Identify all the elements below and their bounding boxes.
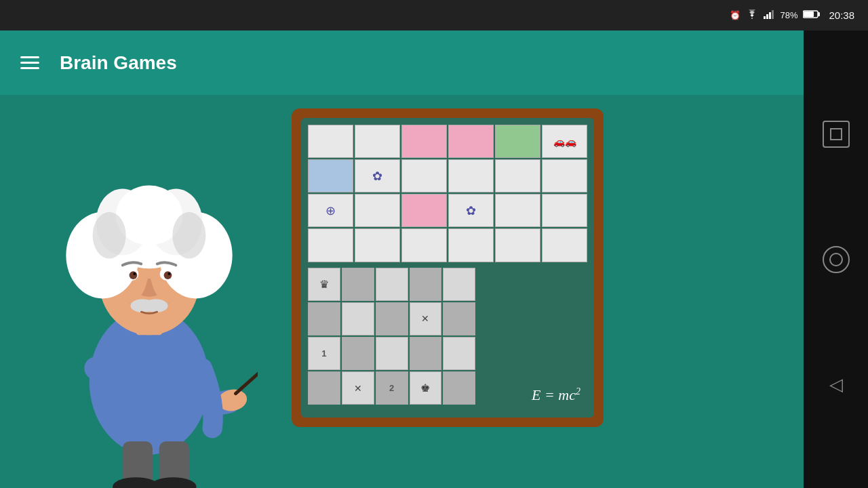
chess-cell (443, 268, 475, 301)
grid-cell (355, 125, 400, 158)
grid-cell-pink (401, 194, 447, 227)
grid-cell (355, 228, 400, 262)
grid-cell (448, 159, 494, 192)
grid-cell (308, 228, 353, 262)
menu-line-2 (20, 62, 39, 64)
chess-cell-queen (308, 268, 340, 301)
grid-cell-flower (355, 159, 400, 192)
grid-cell (542, 159, 587, 192)
battery-text: 78% (780, 10, 797, 20)
grid-cell (355, 194, 400, 227)
chess-cell-dark (410, 337, 442, 370)
chalkboard-inner: 🚗 ⊕ (301, 118, 594, 418)
grid-cell-flower (448, 194, 494, 227)
app-header: Brain Games (0, 30, 804, 95)
chess-cell-cross (342, 371, 374, 405)
grid-cell-pink (401, 125, 447, 158)
wifi-icon (746, 9, 758, 21)
back-icon: ◁ (829, 374, 843, 395)
circle-button[interactable] (823, 246, 850, 273)
chess-cell (443, 337, 475, 370)
menu-line-1 (20, 56, 39, 58)
formula-text: E = mc2 (532, 386, 580, 404)
alarm-icon: ⏰ (730, 10, 741, 20)
chess-cell-dark (376, 302, 408, 336)
chess-cell (376, 337, 408, 370)
grid-cell-cross: ⊕ (308, 194, 353, 227)
svg-point-16 (93, 212, 126, 259)
chess-cell-king (410, 371, 442, 405)
main-content: 🚗 ⊕ (0, 95, 804, 488)
chess-cell-dark (308, 371, 340, 405)
chess-cell-dark (342, 337, 374, 370)
chess-cell-dark (308, 302, 340, 336)
grid-cell (495, 228, 540, 262)
svg-point-20 (130, 271, 138, 279)
battery-icon (803, 9, 821, 21)
svg-point-22 (133, 272, 136, 275)
grid-cell-car: 🚗 (542, 125, 587, 158)
grid-cell (542, 228, 587, 262)
svg-line-27 (236, 275, 258, 394)
chess-cell-cross (410, 302, 442, 336)
lower-grid-container: E = mc2 (308, 268, 587, 405)
chess-cell-num1 (308, 337, 340, 370)
signal-icon (764, 9, 774, 21)
formula-label: E = mc (532, 386, 576, 403)
page-title: Brain Games (60, 52, 177, 74)
circle-icon (829, 253, 843, 266)
chess-cell-dark (443, 302, 475, 336)
grid-cell (401, 159, 447, 192)
svg-rect-5 (804, 12, 814, 17)
menu-line-3 (20, 67, 39, 69)
square-button[interactable] (823, 121, 850, 148)
svg-rect-0 (764, 16, 766, 19)
chess-cell (342, 302, 374, 336)
svg-point-21 (164, 271, 172, 279)
einstein-character (41, 136, 258, 488)
grid-cell-pink (448, 125, 494, 158)
status-bar: ⏰ 78% 20:38 (0, 0, 868, 30)
status-icons: ⏰ 78% 20:38 (730, 9, 854, 21)
chess-cell-dark (410, 268, 442, 301)
chess-cell-dark (342, 268, 374, 301)
grid-cell-green (495, 125, 540, 158)
svg-point-23 (167, 272, 170, 275)
grid-cell (495, 159, 540, 192)
menu-button[interactable] (20, 56, 39, 69)
back-button[interactable]: ◁ (823, 371, 850, 399)
grid-cell (401, 228, 447, 262)
grid-cell (448, 228, 494, 262)
right-nav: ◁ (804, 30, 868, 488)
grid-cell (495, 194, 540, 227)
lower-grid (308, 268, 475, 405)
upper-grid: 🚗 ⊕ (308, 125, 587, 262)
svg-rect-2 (769, 12, 771, 19)
chess-cell-dark (443, 371, 475, 405)
time-display: 20:38 (829, 9, 854, 21)
formula-exponent: 2 (576, 386, 580, 396)
grid-cell-blue (308, 159, 353, 192)
grid-cell (308, 125, 353, 158)
chess-cell-num2 (376, 371, 408, 405)
svg-point-31 (150, 477, 197, 488)
svg-rect-1 (766, 14, 768, 19)
svg-point-15 (116, 186, 182, 245)
grid-cell (542, 194, 587, 227)
svg-point-25 (144, 299, 167, 312)
square-icon (830, 128, 842, 140)
svg-rect-3 (772, 10, 774, 19)
chalkboard: 🚗 ⊕ (292, 108, 604, 427)
chess-cell (376, 268, 408, 301)
svg-point-17 (172, 212, 205, 259)
svg-rect-6 (818, 12, 820, 16)
